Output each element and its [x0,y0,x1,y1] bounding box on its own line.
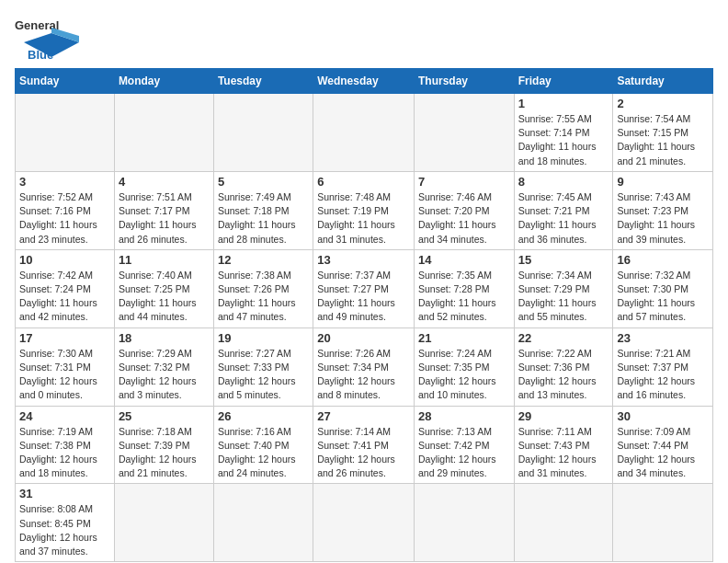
day-info: Sunrise: 7:09 AMSunset: 7:44 PMDaylight:… [617,425,709,481]
day-number: 25 [119,409,210,423]
calendar-cell: 25Sunrise: 7:18 AMSunset: 7:39 PMDayligh… [114,406,213,484]
day-info: Sunrise: 7:13 AMSunset: 7:42 PMDaylight:… [418,425,510,481]
calendar-cell [313,94,415,172]
day-number: 3 [19,175,110,189]
day-number: 13 [317,253,410,267]
calendar-cell: 2Sunrise: 7:54 AMSunset: 7:15 PMDaylight… [613,94,713,172]
day-info: Sunrise: 7:26 AMSunset: 7:34 PMDaylight:… [317,347,410,403]
calendar-cell: 29Sunrise: 7:11 AMSunset: 7:43 PMDayligh… [514,406,613,484]
calendar-cell: 17Sunrise: 7:30 AMSunset: 7:31 PMDayligh… [16,327,115,406]
calendar-cell [114,94,213,172]
calendar-cell: 15Sunrise: 7:34 AMSunset: 7:29 PMDayligh… [514,249,613,327]
calendar-cell: 26Sunrise: 7:16 AMSunset: 7:40 PMDayligh… [213,406,313,484]
col-header-monday: Monday [114,69,213,94]
day-number: 14 [418,253,510,267]
calendar-cell [16,94,115,172]
calendar-week-row: 24Sunrise: 7:19 AMSunset: 7:38 PMDayligh… [16,406,713,484]
calendar-cell: 30Sunrise: 7:09 AMSunset: 7:44 PMDayligh… [613,406,713,484]
calendar-cell: 23Sunrise: 7:21 AMSunset: 7:37 PMDayligh… [613,327,713,406]
col-header-sunday: Sunday [16,69,115,94]
day-number: 2 [617,97,709,110]
day-info: Sunrise: 7:21 AMSunset: 7:37 PMDaylight:… [617,347,709,403]
day-number: 4 [119,175,210,189]
col-header-tuesday: Tuesday [213,69,313,94]
calendar-cell: 14Sunrise: 7:35 AMSunset: 7:28 PMDayligh… [414,249,514,327]
calendar-cell: 6Sunrise: 7:48 AMSunset: 7:19 PMDaylight… [313,171,415,249]
day-number: 1 [518,97,609,110]
day-number: 6 [317,175,410,189]
calendar-cell [613,484,713,562]
day-info: Sunrise: 7:52 AMSunset: 7:16 PMDaylight:… [19,190,110,247]
calendar-cell: 3Sunrise: 7:52 AMSunset: 7:16 PMDaylight… [16,171,115,249]
calendar-cell: 21Sunrise: 7:24 AMSunset: 7:35 PMDayligh… [414,327,514,406]
day-number: 20 [317,331,410,345]
calendar-cell: 28Sunrise: 7:13 AMSunset: 7:42 PMDayligh… [414,406,514,484]
day-number: 8 [518,175,609,189]
svg-text:Blue: Blue [28,48,53,61]
day-info: Sunrise: 7:46 AMSunset: 7:20 PMDaylight:… [418,190,510,247]
calendar-cell [414,94,514,172]
day-info: Sunrise: 7:22 AMSunset: 7:36 PMDaylight:… [518,347,609,403]
day-number: 12 [218,253,309,267]
day-number: 23 [617,331,709,345]
day-info: Sunrise: 7:30 AMSunset: 7:31 PMDaylight:… [19,347,110,403]
calendar-cell [313,484,415,562]
day-number: 16 [617,253,709,267]
day-info: Sunrise: 7:32 AMSunset: 7:30 PMDaylight:… [617,269,709,325]
calendar-cell: 27Sunrise: 7:14 AMSunset: 7:41 PMDayligh… [313,406,415,484]
day-info: Sunrise: 7:19 AMSunset: 7:38 PMDaylight:… [19,425,110,481]
calendar-table: SundayMondayTuesdayWednesdayThursdayFrid… [15,68,713,562]
calendar-cell [213,94,313,172]
calendar-cell: 31Sunrise: 8:08 AMSunset: 8:45 PMDayligh… [16,484,115,562]
calendar-cell: 5Sunrise: 7:49 AMSunset: 7:18 PMDaylight… [213,171,313,249]
calendar-cell: 12Sunrise: 7:38 AMSunset: 7:26 PMDayligh… [213,249,313,327]
day-number: 19 [218,331,309,345]
logo: General Blue [15,15,88,61]
calendar-cell: 9Sunrise: 7:43 AMSunset: 7:23 PMDaylight… [613,171,713,249]
calendar-cell: 8Sunrise: 7:45 AMSunset: 7:21 PMDaylight… [514,171,613,249]
day-number: 31 [19,487,110,500]
col-header-wednesday: Wednesday [313,69,415,94]
calendar-cell: 22Sunrise: 7:22 AMSunset: 7:36 PMDayligh… [514,327,613,406]
day-number: 15 [518,253,609,267]
calendar-cell: 24Sunrise: 7:19 AMSunset: 7:38 PMDayligh… [16,406,115,484]
day-info: Sunrise: 7:40 AMSunset: 7:25 PMDaylight:… [119,269,210,325]
day-number: 22 [518,331,609,345]
calendar-week-row: 3Sunrise: 7:52 AMSunset: 7:16 PMDaylight… [16,171,713,249]
day-info: Sunrise: 7:38 AMSunset: 7:26 PMDaylight:… [218,269,309,325]
calendar-cell: 1Sunrise: 7:55 AMSunset: 7:14 PMDaylight… [514,94,613,172]
day-number: 30 [617,409,709,423]
calendar-cell: 20Sunrise: 7:26 AMSunset: 7:34 PMDayligh… [313,327,415,406]
day-info: Sunrise: 7:35 AMSunset: 7:28 PMDaylight:… [418,269,510,325]
calendar-cell: 19Sunrise: 7:27 AMSunset: 7:33 PMDayligh… [213,327,313,406]
day-info: Sunrise: 7:48 AMSunset: 7:19 PMDaylight:… [317,190,410,247]
day-number: 5 [218,175,309,189]
day-number: 27 [317,409,410,423]
calendar-week-row: 17Sunrise: 7:30 AMSunset: 7:31 PMDayligh… [16,327,713,406]
day-info: Sunrise: 7:34 AMSunset: 7:29 PMDaylight:… [518,269,609,325]
day-number: 10 [19,253,110,267]
day-number: 9 [617,175,709,189]
day-number: 7 [418,175,510,189]
day-info: Sunrise: 7:16 AMSunset: 7:40 PMDaylight:… [218,425,309,481]
day-info: Sunrise: 7:43 AMSunset: 7:23 PMDaylight:… [617,190,709,247]
day-info: Sunrise: 7:55 AMSunset: 7:14 PMDaylight:… [518,112,609,168]
calendar-cell: 18Sunrise: 7:29 AMSunset: 7:32 PMDayligh… [114,327,213,406]
calendar-cell: 10Sunrise: 7:42 AMSunset: 7:24 PMDayligh… [16,249,115,327]
calendar-week-row: 31Sunrise: 8:08 AMSunset: 8:45 PMDayligh… [16,484,713,562]
calendar-cell: 7Sunrise: 7:46 AMSunset: 7:20 PMDaylight… [414,171,514,249]
calendar-cell [114,484,213,562]
calendar-cell: 11Sunrise: 7:40 AMSunset: 7:25 PMDayligh… [114,249,213,327]
calendar-cell: 13Sunrise: 7:37 AMSunset: 7:27 PMDayligh… [313,249,415,327]
page-header: General Blue [15,15,713,61]
calendar-cell: 4Sunrise: 7:51 AMSunset: 7:17 PMDaylight… [114,171,213,249]
day-number: 24 [19,409,110,423]
day-info: Sunrise: 7:27 AMSunset: 7:33 PMDaylight:… [218,347,309,403]
day-info: Sunrise: 7:14 AMSunset: 7:41 PMDaylight:… [317,425,410,481]
day-number: 18 [119,331,210,345]
col-header-thursday: Thursday [414,69,514,94]
calendar-week-row: 1Sunrise: 7:55 AMSunset: 7:14 PMDaylight… [16,94,713,172]
calendar-cell [414,484,514,562]
col-header-friday: Friday [514,69,613,94]
day-info: Sunrise: 7:51 AMSunset: 7:17 PMDaylight:… [119,190,210,247]
